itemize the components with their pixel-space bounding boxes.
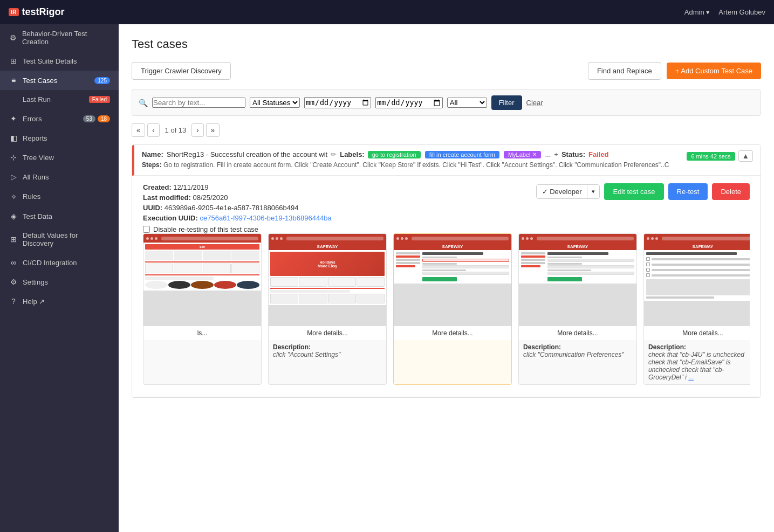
collapse-button[interactable]: ▲ bbox=[738, 150, 753, 162]
trigger-crawler-button[interactable]: Trigger Crawler Discovery bbox=[132, 62, 231, 80]
screenshot-4-desc: Description: click "Communication Prefer… bbox=[519, 340, 636, 362]
sidebar-item-label: All Runs bbox=[23, 173, 49, 181]
sidebar-item-label: Tree View bbox=[23, 154, 54, 162]
test-case-name: ShortReg13 - Successful creation of the … bbox=[167, 150, 327, 158]
help-icon: ? bbox=[9, 297, 18, 306]
test-cases-badge: 125 bbox=[94, 77, 110, 84]
screenshots-row: $20 bbox=[143, 233, 750, 389]
developer-dropdown[interactable]: ✓ Developer ▾ bbox=[536, 184, 600, 199]
screenshot-1-more-btn[interactable]: ls... bbox=[143, 326, 261, 340]
sidebar-item-cicd[interactable]: ∞ CI/CD Integration bbox=[0, 253, 119, 272]
sidebar-item-behavior-driven[interactable]: ⚙ Behavior-Driven Test Creation bbox=[0, 24, 119, 51]
screenshot-3-more-btn[interactable]: More details... bbox=[394, 326, 511, 340]
remove-label-icon[interactable]: ✕ bbox=[532, 151, 537, 157]
created-value: 12/11/2019 bbox=[173, 183, 208, 191]
settings-icon: ⚙ bbox=[9, 278, 18, 286]
behavior-driven-icon: ⚙ bbox=[9, 33, 18, 42]
screenshot-4-more-btn[interactable]: More details... bbox=[519, 326, 636, 340]
test-case-name-row: Name: ShortReg13 - Successful creation o… bbox=[142, 150, 682, 158]
desc-more-link[interactable]: ... bbox=[688, 374, 694, 381]
delete-button[interactable]: Delete bbox=[712, 183, 750, 200]
sidebar-item-rules[interactable]: ⟡ Rules bbox=[0, 186, 119, 206]
test-data-icon: ◈ bbox=[9, 212, 18, 220]
sidebar-item-label: Test Cases bbox=[23, 77, 57, 85]
sidebar-item-test-data[interactable]: ◈ Test Data bbox=[0, 206, 119, 226]
default-values-icon: ⊞ bbox=[9, 235, 18, 244]
pagination-last[interactable]: » bbox=[206, 123, 220, 137]
sidebar-item-test-suite[interactable]: ⊞ Test Suite Details bbox=[0, 51, 119, 71]
sidebar-item-label: Rules bbox=[23, 192, 40, 201]
edit-test-case-button[interactable]: Edit test case bbox=[604, 183, 663, 200]
developer-arrow[interactable]: ▾ bbox=[587, 185, 599, 198]
screenshot-card-5: SAFEWAY bbox=[643, 233, 750, 385]
sidebar: ⚙ Behavior-Driven Test Creation ⊞ Test S… bbox=[0, 24, 119, 532]
all-filter[interactable]: All Enabled Disabled bbox=[447, 98, 487, 108]
screenshot-card-2: SAFEWAY HolidaysMade Easy bbox=[268, 233, 387, 385]
sidebar-item-settings[interactable]: ⚙ Settings bbox=[0, 272, 119, 292]
clear-button[interactable]: Clear bbox=[526, 99, 543, 107]
last-modified-label: Last modified: bbox=[143, 194, 193, 202]
pagination-next[interactable]: › bbox=[191, 123, 203, 137]
top-nav: tR testRigor Admin ▾ Artem Golubev bbox=[0, 0, 774, 24]
sidebar-item-help[interactable]: ? Help ↗ bbox=[0, 292, 119, 311]
toolbar: Trigger Crawler Discovery Find and Repla… bbox=[132, 62, 761, 80]
search-input[interactable] bbox=[152, 98, 245, 108]
name-label: Name: bbox=[142, 150, 163, 158]
uuid-label: UUID: bbox=[143, 204, 165, 212]
app-logo[interactable]: tR testRigor bbox=[9, 6, 65, 18]
sidebar-item-label: Behavior-Driven Test Creation bbox=[22, 30, 110, 46]
status-filter[interactable]: All Statuses Passed Failed Pending bbox=[250, 98, 300, 108]
sidebar-item-tree-view[interactable]: ⊹ Tree View bbox=[0, 148, 119, 167]
sidebar-item-test-cases[interactable]: ≡ Test Cases 125 bbox=[0, 71, 119, 90]
disable-retest-row: Disable re-testing of this test case bbox=[143, 225, 332, 233]
last-run-badge: Failed bbox=[89, 96, 110, 103]
sidebar-item-default-values[interactable]: ⊞ Default Values for Discovery bbox=[0, 226, 119, 253]
screenshot-img-3: SAFEWAY bbox=[394, 234, 511, 326]
errors-icon: ✦ bbox=[9, 114, 18, 123]
date-to-input[interactable] bbox=[375, 97, 442, 108]
rules-icon: ⟡ bbox=[9, 192, 18, 201]
screenshot-img-5: SAFEWAY bbox=[644, 234, 750, 326]
test-case-card: Name: ShortReg13 - Successful creation o… bbox=[132, 144, 761, 398]
sidebar-item-errors[interactable]: ✦ Errors 53 18 bbox=[0, 109, 119, 128]
filter-row: 🔍 All Statuses Passed Failed Pending All… bbox=[139, 95, 754, 110]
retest-button[interactable]: Re-test bbox=[668, 183, 708, 200]
sidebar-item-label: Reports bbox=[23, 134, 47, 142]
pagination-first[interactable]: « bbox=[132, 123, 145, 137]
sidebar-item-label: Help ↗ bbox=[23, 298, 45, 306]
date-from-input[interactable] bbox=[304, 97, 371, 108]
find-replace-button[interactable]: Find and Replace bbox=[588, 62, 661, 80]
user-name: Artem Golubev bbox=[718, 8, 765, 16]
pagination-prev[interactable]: ‹ bbox=[147, 123, 159, 137]
exec-uuid-link[interactable]: ce756a61-f997-4306-be19-13b6896444ba bbox=[200, 214, 331, 222]
top-nav-right: Admin ▾ Artem Golubev bbox=[684, 8, 765, 16]
status-value: Failed bbox=[588, 150, 609, 158]
sidebar-item-last-run[interactable]: Last Run Failed bbox=[0, 90, 119, 109]
add-custom-test-button[interactable]: + Add Custom Test Case bbox=[667, 63, 761, 79]
filter-button[interactable]: Filter bbox=[491, 95, 522, 110]
screenshot-5-more-btn[interactable]: More details... bbox=[644, 326, 750, 340]
steps-row: Steps: Go to registration. Fill in creat… bbox=[142, 160, 682, 170]
add-label-icon[interactable]: + bbox=[554, 150, 558, 158]
admin-menu[interactable]: Admin ▾ bbox=[684, 8, 710, 16]
reports-icon: ◧ bbox=[9, 134, 18, 142]
screenshot-card-4: SAFEWAY bbox=[518, 233, 637, 385]
edit-name-icon[interactable]: ✏ bbox=[331, 150, 337, 158]
layout: ⚙ Behavior-Driven Test Creation ⊞ Test S… bbox=[0, 24, 774, 532]
developer-label: ✓ Developer bbox=[537, 185, 588, 198]
tree-view-icon: ⊹ bbox=[9, 153, 18, 162]
test-case-header: Name: ShortReg13 - Successful creation o… bbox=[132, 145, 761, 176]
labels-label: Labels: bbox=[340, 150, 365, 158]
sidebar-item-reports[interactable]: ◧ Reports bbox=[0, 128, 119, 148]
test-cases-icon: ≡ bbox=[9, 76, 18, 85]
sidebar-item-all-runs[interactable]: ▷ All Runs bbox=[0, 167, 119, 186]
screenshot-card-3: SAFEWAY bbox=[393, 233, 512, 385]
screenshot-img-2: SAFEWAY HolidaysMade Easy bbox=[269, 234, 386, 326]
disable-retest-checkbox[interactable] bbox=[143, 226, 150, 233]
all-runs-icon: ▷ bbox=[9, 172, 18, 181]
screenshot-2-more-btn[interactable]: More details... bbox=[269, 326, 386, 340]
uuid-value: 463989a6-9205-4e1e-a587-78188066b494 bbox=[165, 204, 299, 212]
sidebar-item-label: Test Data bbox=[23, 212, 52, 220]
page-title: Test cases bbox=[132, 37, 761, 51]
created-row: Created: 12/11/2019 bbox=[143, 183, 332, 191]
